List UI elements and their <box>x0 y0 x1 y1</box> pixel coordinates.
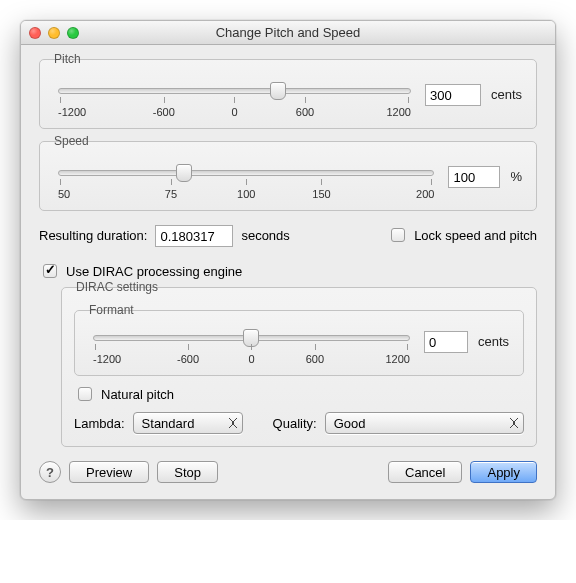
pitch-slider[interactable] <box>58 88 411 94</box>
formant-slider[interactable] <box>93 335 410 341</box>
stop-button[interactable]: Stop <box>157 461 218 483</box>
help-icon[interactable]: ? <box>39 461 61 483</box>
tick-label: -1200 <box>93 343 156 365</box>
formant-legend: Formant <box>85 303 138 317</box>
pitch-unit: cents <box>491 82 522 102</box>
tick-label: 0 <box>220 343 283 365</box>
dirac-use-label: Use DIRAC processing engine <box>66 264 242 279</box>
lambda-select[interactable]: Standard <box>133 412 243 434</box>
tick-label: 150 <box>284 178 359 200</box>
lock-label: Lock speed and pitch <box>414 228 537 243</box>
duration-value-input[interactable] <box>155 225 233 247</box>
natural-pitch-checkbox[interactable] <box>78 387 92 401</box>
lambda-label: Lambda: <box>74 416 125 431</box>
duration-row: Resulting duration: seconds Lock speed a… <box>39 223 537 247</box>
dirac-settings-group: DIRAC settings Formant -1200 -600 0 600 <box>61 287 537 447</box>
close-icon[interactable] <box>29 27 41 39</box>
quality-label: Quality: <box>273 416 317 431</box>
minimize-icon[interactable] <box>48 27 60 39</box>
speed-ticks: 50 75 100 150 200 <box>58 178 434 200</box>
speed-group: Speed 50 75 100 150 200 % <box>39 141 537 211</box>
tick-label: 600 <box>283 343 346 365</box>
tick-label: -1200 <box>58 96 129 118</box>
duration-label: Resulting duration: <box>39 228 147 243</box>
natural-pitch-label: Natural pitch <box>101 387 174 402</box>
preview-button[interactable]: Preview <box>69 461 149 483</box>
natural-pitch-row[interactable]: Natural pitch <box>74 384 524 404</box>
tick-label: 600 <box>270 96 341 118</box>
speed-unit: % <box>510 164 522 184</box>
tick-label: 200 <box>359 178 434 200</box>
window-traffic-lights <box>29 27 79 39</box>
formant-value-input[interactable] <box>424 331 468 353</box>
apply-button[interactable]: Apply <box>470 461 537 483</box>
formant-unit: cents <box>478 329 509 349</box>
dirac-checkbox-row[interactable]: Use DIRAC processing engine <box>39 261 242 281</box>
dirac-use-row: Use DIRAC processing engine <box>39 261 537 281</box>
speed-slider[interactable] <box>58 170 434 176</box>
dirac-legend: DIRAC settings <box>72 280 162 294</box>
quality-select[interactable]: Good <box>325 412 524 434</box>
window-title: Change Pitch and Speed <box>29 25 547 40</box>
tick-label: 50 <box>58 178 133 200</box>
lock-checkbox[interactable] <box>391 228 405 242</box>
pitch-group: Pitch -1200 -600 0 600 1200 cents <box>39 59 537 129</box>
dirac-selects-row: Lambda: Standard Quality: Good <box>74 412 524 434</box>
button-row: ? Preview Stop Cancel Apply <box>39 461 537 483</box>
dirac-use-checkbox[interactable] <box>43 264 57 278</box>
speed-value-input[interactable] <box>448 166 500 188</box>
tick-label: -600 <box>156 343 219 365</box>
titlebar: Change Pitch and Speed <box>21 21 555 45</box>
pitch-legend: Pitch <box>50 52 85 66</box>
pitch-value-input[interactable] <box>425 84 481 106</box>
formant-group: Formant -1200 -600 0 600 1200 <box>74 310 524 376</box>
dialog-window: Change Pitch and Speed Pitch -1200 -600 … <box>20 20 556 500</box>
cancel-button[interactable]: Cancel <box>388 461 462 483</box>
zoom-icon[interactable] <box>67 27 79 39</box>
tick-label: -600 <box>129 96 200 118</box>
lock-checkbox-row[interactable]: Lock speed and pitch <box>387 225 537 245</box>
tick-label: 1200 <box>347 343 410 365</box>
duration-unit: seconds <box>241 228 289 243</box>
dialog-body: Pitch -1200 -600 0 600 1200 cents <box>21 45 555 499</box>
speed-legend: Speed <box>50 134 93 148</box>
tick-label: 0 <box>199 96 270 118</box>
tick-label: 1200 <box>340 96 411 118</box>
tick-label: 100 <box>209 178 284 200</box>
pitch-ticks: -1200 -600 0 600 1200 <box>58 96 411 118</box>
tick-label: 75 <box>133 178 208 200</box>
formant-ticks: -1200 -600 0 600 1200 <box>93 343 410 365</box>
